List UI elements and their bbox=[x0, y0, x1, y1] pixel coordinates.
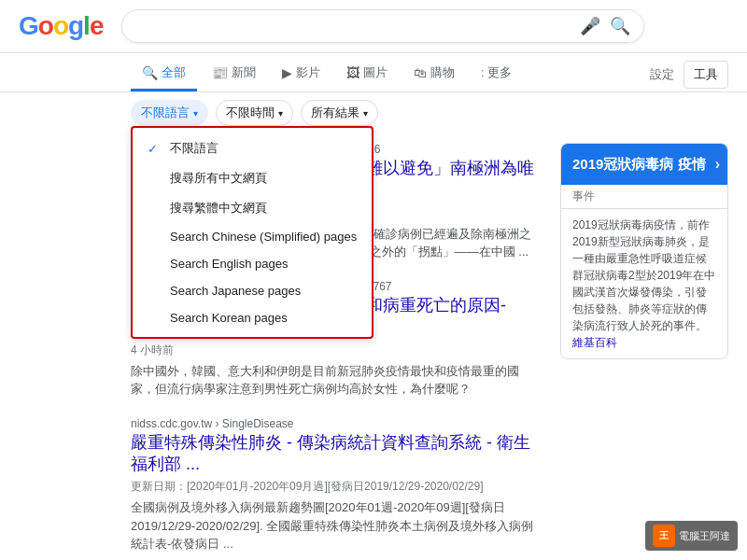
kp-wikipedia-link[interactable]: 維基百科 bbox=[572, 336, 617, 349]
language-filter[interactable]: 不限語言 ▾ bbox=[131, 100, 208, 126]
kp-title: 2019冠狀病毒病 疫情 › bbox=[561, 144, 727, 185]
dropdown-label-5: Search Japanese pages bbox=[170, 284, 301, 298]
watermark-icon: 王 bbox=[653, 525, 675, 547]
tab-news-label: 新聞 bbox=[232, 64, 256, 81]
video-icon: ▶ bbox=[282, 65, 292, 80]
tab-images[interactable]: 🖼 圖片 bbox=[335, 57, 399, 91]
dropdown-item-1[interactable]: 搜尋所有中文網頁 bbox=[133, 163, 372, 193]
tab-more[interactable]: : 更多 bbox=[470, 57, 523, 91]
search-bar[interactable]: 肺炎 🎤 🔍 bbox=[121, 9, 644, 43]
header: Google 肺炎 🎤 🔍 bbox=[0, 0, 747, 53]
dropdown-item-5[interactable]: Search Japanese pages bbox=[133, 277, 372, 304]
tab-shopping-label: 購物 bbox=[430, 64, 455, 81]
result-item: nidss.cdc.gov.tw › SingleDisease 嚴重特殊傳染性… bbox=[131, 417, 542, 553]
kp-tag: 事件 bbox=[561, 185, 727, 209]
nav-tabs: 🔍 全部 📰 新聞 ▶ 影片 🖼 圖片 🛍 購物 : 更多 設定 工具 bbox=[0, 53, 747, 92]
tab-video[interactable]: ▶ 影片 bbox=[271, 57, 331, 91]
result-snippet: 除中國外，韓國、意大利和伊朗是目前新冠肺炎疫情最快和疫情最重的國家，但流行病學家… bbox=[131, 362, 542, 399]
dropdown-label-1: 搜尋所有中文網頁 bbox=[170, 170, 267, 187]
kp-body-text: 2019冠狀病毒病疫情，前作2019新型冠狀病毒肺炎，是一種由嚴重急性呼吸道症候… bbox=[572, 218, 715, 332]
dropdown-label-0: 不限語言 bbox=[170, 140, 218, 157]
dropdown-label-4: Search English pages bbox=[170, 257, 288, 271]
all-icon: 🔍 bbox=[142, 65, 158, 80]
result-meta: 4 小時前 bbox=[131, 343, 542, 358]
results-filter-label: 所有結果 bbox=[311, 105, 359, 121]
dropdown-label-6: Search Korean pages bbox=[170, 311, 288, 325]
tab-images-label: 圖片 bbox=[363, 64, 388, 81]
dropdown-item-6[interactable]: Search Korean pages bbox=[133, 304, 372, 331]
dropdown-label-3: Search Chinese (Simplified) pages bbox=[170, 230, 357, 244]
result-snippet: 全國病例及境外移入病例最新趨勢圖[2020年01週-2020年09週][發病日2… bbox=[131, 498, 542, 553]
dropdown-item-2[interactable]: 搜尋繁體中文網頁 bbox=[133, 193, 372, 223]
watermark-label: 電腦王阿達 bbox=[679, 529, 730, 543]
filter-bar: 不限語言 ▾ 不限時間 ▾ 所有結果 ▾ ✓ 不限語言 搜尋所有中文網頁 搜尋繁… bbox=[0, 92, 747, 133]
chevron-down-icon: ▾ bbox=[363, 108, 368, 119]
kp-body: 2019冠狀病毒病疫情，前作2019新型冠狀病毒肺炎，是一種由嚴重急性呼吸道症候… bbox=[561, 209, 727, 358]
dropdown-item-0[interactable]: ✓ 不限語言 bbox=[133, 133, 372, 163]
result-meta: 更新日期：[2020年01月-2020年09月過][發病日2019/12/29-… bbox=[131, 479, 542, 495]
language-filter-label: 不限語言 bbox=[141, 105, 190, 121]
chevron-down-icon: ▾ bbox=[278, 108, 283, 119]
tab-all-label: 全部 bbox=[162, 64, 186, 81]
time-filter[interactable]: 不限時間 ▾ bbox=[216, 100, 293, 126]
kp-title-text: 2019冠狀病毒病 疫情 bbox=[572, 156, 706, 172]
results-filter[interactable]: 所有結果 ▾ bbox=[301, 100, 378, 126]
dropdown-item-4[interactable]: Search English pages bbox=[133, 250, 372, 277]
search-input[interactable]: 肺炎 bbox=[135, 18, 571, 35]
language-dropdown: ✓ 不限語言 搜尋所有中文網頁 搜尋繁體中文網頁 Search Chinese … bbox=[131, 126, 374, 339]
tab-news[interactable]: 📰 新聞 bbox=[201, 57, 267, 91]
tab-video-label: 影片 bbox=[296, 64, 320, 81]
chevron-down-icon: ▾ bbox=[193, 108, 198, 119]
dropdown-item-3[interactable]: Search Chinese (Simplified) pages bbox=[133, 223, 372, 250]
tools-button[interactable]: 工具 bbox=[684, 61, 728, 89]
microphone-icon[interactable]: 🎤 bbox=[580, 16, 600, 36]
tab-more-label: : 更多 bbox=[481, 64, 512, 81]
tab-shopping[interactable]: 🛍 購物 bbox=[402, 57, 466, 91]
tab-all[interactable]: 🔍 全部 bbox=[131, 57, 197, 91]
watermark: 王 電腦王阿達 bbox=[645, 521, 738, 551]
knowledge-panel: 2019冠狀病毒病 疫情 › 事件 2019冠狀病毒病疫情，前作2019新型冠狀… bbox=[560, 143, 728, 359]
search-icon[interactable]: 🔍 bbox=[610, 16, 630, 36]
check-icon: ✓ bbox=[148, 142, 162, 156]
dropdown-label-2: 搜尋繁體中文網頁 bbox=[170, 200, 267, 217]
result-title[interactable]: 嚴重特殊傳染性肺炎 - 傳染病統計資料查詢系統 - 衛生福利部 ... bbox=[131, 432, 542, 476]
kp-arrow-icon[interactable]: › bbox=[715, 154, 720, 174]
google-logo: Google bbox=[19, 11, 103, 41]
news-icon: 📰 bbox=[212, 65, 228, 80]
result-url: nidss.cdc.gov.tw › SingleDisease bbox=[131, 417, 542, 430]
settings-button[interactable]: 設定 bbox=[644, 59, 680, 91]
images-icon: 🖼 bbox=[346, 65, 359, 80]
time-filter-label: 不限時間 bbox=[226, 105, 275, 121]
shopping-icon: 🛍 bbox=[414, 65, 427, 80]
